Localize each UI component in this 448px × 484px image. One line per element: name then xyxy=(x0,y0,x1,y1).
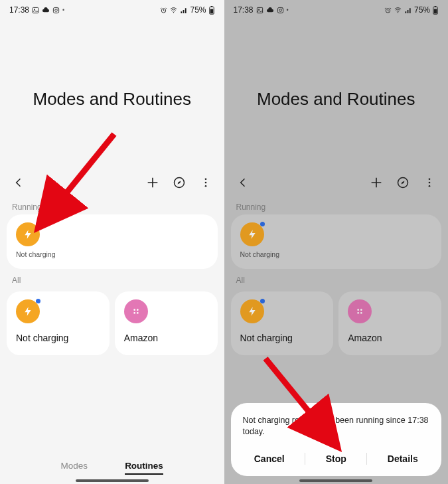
details-button[interactable]: Details xyxy=(385,449,421,468)
divider xyxy=(305,453,305,465)
status-time: 17:38 xyxy=(234,5,254,15)
routine-name: Amazon xyxy=(348,333,432,343)
status-bar: 17:38 • 75% xyxy=(224,0,449,17)
section-all-label: All xyxy=(224,269,449,287)
battery-icon xyxy=(432,6,439,15)
svg-rect-26 xyxy=(435,6,437,7)
instagram-icon xyxy=(277,7,284,14)
screenshot-right: 17:38 • 75% Modes and Routines xyxy=(224,0,449,484)
cancel-button[interactable]: Cancel xyxy=(252,449,287,468)
svg-point-32 xyxy=(358,309,360,311)
routines-grid: Not charging Amazon xyxy=(0,287,224,355)
signal-icon xyxy=(404,7,412,14)
routine-card[interactable]: Amazon xyxy=(115,291,218,355)
battery-icon xyxy=(208,6,215,15)
wifi-icon xyxy=(169,7,178,14)
running-routine-name: Not charging xyxy=(16,250,56,258)
svg-point-6 xyxy=(173,12,174,13)
routine-name: Not charging xyxy=(16,333,100,343)
status-time: 17:38 xyxy=(9,5,29,15)
status-battery-pct: 75% xyxy=(190,5,206,15)
svg-point-16 xyxy=(133,312,135,314)
grid-dots-icon xyxy=(348,299,372,323)
active-dot-icon xyxy=(260,222,265,226)
svg-point-12 xyxy=(204,182,206,184)
status-battery-pct: 75% xyxy=(414,5,430,15)
add-button[interactable] xyxy=(368,175,384,191)
bolt-icon xyxy=(16,222,40,246)
gallery-icon xyxy=(32,7,39,14)
toolbar xyxy=(0,169,224,196)
routine-card[interactable]: Not charging xyxy=(7,291,110,355)
svg-point-14 xyxy=(133,309,135,311)
discover-button[interactable] xyxy=(395,175,411,191)
svg-rect-0 xyxy=(33,7,38,13)
section-running-label: Running xyxy=(0,196,224,214)
svg-point-13 xyxy=(204,185,206,187)
routines-grid: Not charging Amazon xyxy=(224,287,449,355)
instagram-icon xyxy=(52,7,60,14)
bottom-tabs: Modes Routines xyxy=(0,461,224,475)
tab-routines[interactable]: Routines xyxy=(125,461,163,475)
signal-icon xyxy=(180,7,188,14)
status-dot: • xyxy=(62,7,64,13)
alarm-icon xyxy=(160,7,167,14)
svg-point-30 xyxy=(429,182,431,184)
routine-name: Amazon xyxy=(124,333,208,343)
svg-rect-27 xyxy=(434,9,437,13)
svg-point-3 xyxy=(55,9,58,11)
stop-button[interactable]: Stop xyxy=(323,449,349,468)
svg-point-35 xyxy=(360,312,362,314)
section-all-label: All xyxy=(0,269,224,287)
svg-point-34 xyxy=(358,312,360,314)
svg-point-33 xyxy=(360,309,362,311)
gesture-bar[interactable] xyxy=(76,479,149,482)
more-button[interactable] xyxy=(421,175,437,191)
grid-dots-icon xyxy=(124,299,148,323)
status-bar: 17:38 • 75% xyxy=(0,0,224,17)
svg-point-31 xyxy=(429,185,431,187)
back-button[interactable] xyxy=(235,175,251,191)
add-button[interactable] xyxy=(145,175,161,191)
discover-button[interactable] xyxy=(171,175,187,191)
cloud-icon xyxy=(266,7,274,14)
running-routine-card[interactable]: Not charging xyxy=(231,214,442,269)
svg-point-21 xyxy=(279,9,281,11)
page-title: Modes and Routines xyxy=(0,89,224,110)
gesture-bar[interactable] xyxy=(299,479,372,482)
routine-card[interactable]: Amazon xyxy=(338,291,441,355)
svg-point-11 xyxy=(204,178,206,180)
bolt-icon xyxy=(240,299,264,323)
status-dot: • xyxy=(287,7,289,13)
toolbar xyxy=(224,169,449,196)
running-routine-sheet: Not charging routine has been running si… xyxy=(231,403,442,476)
wifi-icon xyxy=(394,7,402,14)
running-routine-name: Not charging xyxy=(240,250,280,258)
screenshot-left: 17:38 • 75% Modes and Routines xyxy=(0,0,224,484)
svg-point-4 xyxy=(57,8,58,9)
more-button[interactable] xyxy=(198,175,214,191)
bolt-icon xyxy=(16,299,40,323)
active-dot-icon xyxy=(36,299,40,303)
tab-modes[interactable]: Modes xyxy=(61,461,88,475)
svg-point-29 xyxy=(429,178,431,180)
svg-point-15 xyxy=(137,309,139,311)
page-title: Modes and Routines xyxy=(224,89,449,110)
sheet-message: Not charging routine has been running si… xyxy=(243,415,430,438)
running-routine-card[interactable]: Not charging xyxy=(7,214,218,269)
svg-point-1 xyxy=(34,9,35,10)
back-button[interactable] xyxy=(11,175,27,191)
bolt-icon xyxy=(240,222,264,246)
active-dot-icon xyxy=(36,222,40,226)
svg-rect-18 xyxy=(257,7,262,13)
alarm-icon xyxy=(384,7,392,14)
svg-point-22 xyxy=(281,8,282,9)
svg-point-19 xyxy=(258,9,260,10)
sheet-actions: Cancel Stop Details xyxy=(243,449,430,468)
active-dot-icon xyxy=(260,299,265,303)
routine-card[interactable]: Not charging xyxy=(231,291,334,355)
divider xyxy=(366,453,367,465)
svg-rect-9 xyxy=(210,9,213,13)
svg-point-17 xyxy=(137,312,139,314)
cloud-icon xyxy=(42,7,50,14)
